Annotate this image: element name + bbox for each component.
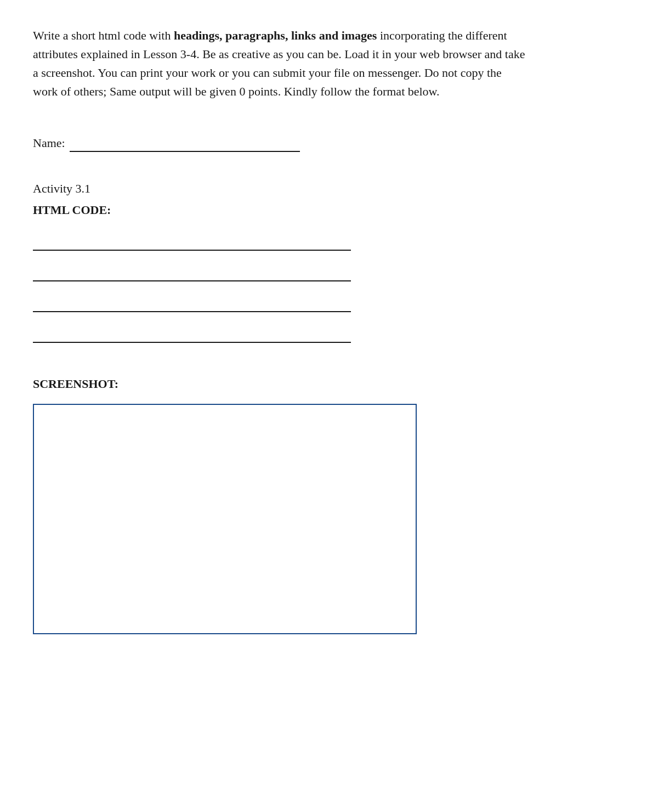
name-label: Name:	[33, 134, 65, 152]
activity-label: Activity 3.1	[33, 179, 625, 198]
name-input[interactable]	[70, 137, 300, 152]
instruction-bold: headings, paragraphs, links and images	[174, 29, 377, 42]
html-code-label: HTML CODE:	[33, 201, 625, 219]
screenshot-box	[33, 404, 417, 634]
screenshot-label: SCREENSHOT:	[33, 375, 625, 393]
code-line-1[interactable]	[33, 230, 351, 251]
name-section: Name:	[33, 134, 625, 152]
screenshot-section: SCREENSHOT:	[33, 375, 625, 634]
code-lines-section	[33, 230, 351, 353]
code-line-4[interactable]	[33, 322, 351, 343]
code-line-3[interactable]	[33, 291, 351, 312]
activity-section: Activity 3.1 HTML CODE:	[33, 179, 625, 219]
instructions-block: Write a short html code with headings, p…	[33, 26, 526, 101]
instruction-text-start: Write a short html code	[33, 29, 149, 42]
instruction-with: with	[149, 29, 174, 42]
code-line-2[interactable]	[33, 261, 351, 281]
